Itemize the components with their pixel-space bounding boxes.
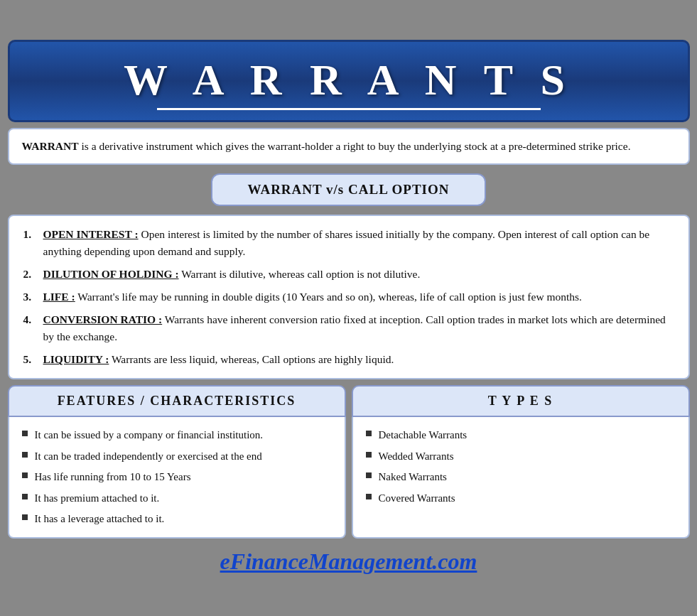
header-title: W A R R A N T S — [24, 55, 674, 105]
list-item: It has premium attached to it. — [22, 490, 332, 507]
features-item-4: It has premium attached to it. — [35, 490, 160, 507]
definition-text: is a derivative instrument which gives t… — [79, 140, 631, 152]
types-item-4: Covered Warrants — [379, 490, 455, 507]
list-item: It can be issued by a company or financi… — [22, 427, 332, 443]
types-list: Detachable Warrants Wedded Warrants Nake… — [366, 427, 676, 506]
list-item: 1. OPEN INTEREST : Open interest is limi… — [23, 226, 671, 260]
features-heading: FEATURES / CHARACTERISTICS — [8, 385, 346, 417]
comp-num: 4. — [23, 311, 43, 328]
list-item: Detachable Warrants — [366, 427, 676, 443]
comp-num: 3. — [23, 288, 43, 306]
comp-term: OPEN INTEREST : — [43, 228, 139, 240]
features-list: It can be issued by a company or financi… — [22, 427, 332, 527]
types-item-3: Naked Warrants — [379, 469, 447, 485]
comp-term: LIQUIDITY : — [43, 353, 109, 365]
list-item: Has life running from 10 to 15 Years — [22, 469, 332, 485]
features-column: FEATURES / CHARACTERISTICS It can be iss… — [8, 385, 346, 539]
list-item: Wedded Warrants — [366, 448, 676, 465]
bullet-icon — [22, 452, 28, 458]
bullet-icon — [366, 452, 372, 458]
list-item: 5. LIQUIDITY : Warrants are less liquid,… — [23, 351, 671, 368]
bullet-icon — [366, 431, 372, 436]
footer: eFinanceManagement.com — [8, 544, 690, 576]
comparison-box: 1. OPEN INTEREST : Open interest is limi… — [8, 215, 690, 379]
list-item: 3. LIFE : Warrant's life may be running … — [23, 288, 671, 306]
types-item-1: Detachable Warrants — [379, 427, 468, 443]
comp-text: LIFE : Warrant's life may be running in … — [43, 288, 583, 306]
types-body: Detachable Warrants Wedded Warrants Nake… — [352, 417, 690, 539]
bottom-section: FEATURES / CHARACTERISTICS It can be iss… — [8, 385, 690, 539]
vs-heading-box: WARRANT v/s CALL OPTION — [211, 173, 487, 206]
comp-text: LIQUIDITY : Warrants are less liquid, wh… — [43, 351, 394, 368]
bullet-icon — [22, 514, 28, 520]
features-item-5: It has a leverage attached to it. — [35, 511, 165, 527]
bullet-icon — [366, 472, 372, 478]
vs-heading-wrapper: WARRANT v/s CALL OPTION — [8, 171, 690, 209]
comp-text: DILUTION OF HOLDING : Warrant is dilutiv… — [43, 266, 421, 283]
features-body: It can be issued by a company or financi… — [8, 417, 346, 539]
comp-term: DILUTION OF HOLDING : — [43, 268, 179, 280]
comp-num: 1. — [23, 226, 43, 243]
bullet-icon — [22, 472, 28, 478]
comp-term: LIFE : — [43, 291, 75, 303]
definition-term: WARRANT — [22, 140, 79, 152]
list-item: It has a leverage attached to it. — [22, 511, 332, 527]
types-column: T Y P E S Detachable Warrants Wedded War… — [352, 385, 690, 539]
comparison-list: 1. OPEN INTEREST : Open interest is limi… — [23, 226, 671, 368]
features-item-1: It can be issued by a company or financi… — [35, 427, 264, 443]
features-item-3: Has life running from 10 to 15 Years — [35, 469, 191, 485]
features-item-2: It can be traded independently or exerci… — [35, 448, 262, 465]
list-item: Naked Warrants — [366, 469, 676, 485]
comp-text: CONVERSION RATIO : Warrants have inheren… — [43, 311, 671, 345]
page-container: W A R R A N T S WARRANT is a derivative … — [8, 40, 690, 576]
list-item: 2. DILUTION OF HOLDING : Warrant is dilu… — [23, 266, 671, 283]
comp-num: 5. — [23, 351, 43, 368]
bullet-icon — [366, 494, 372, 499]
comp-term: CONVERSION RATIO : — [43, 313, 163, 325]
header-underline — [157, 108, 541, 110]
list-item: It can be traded independently or exerci… — [22, 448, 332, 465]
types-heading: T Y P E S — [352, 385, 690, 417]
comp-num: 2. — [23, 266, 43, 283]
types-item-2: Wedded Warrants — [379, 448, 454, 465]
list-item: 4. CONVERSION RATIO : Warrants have inhe… — [23, 311, 671, 345]
bullet-icon — [22, 431, 28, 436]
footer-text: eFinanceManagement.com — [220, 549, 477, 574]
definition-box: WARRANT is a derivative instrument which… — [8, 128, 690, 165]
comp-text: OPEN INTEREST : Open interest is limited… — [43, 226, 671, 260]
bullet-icon — [22, 494, 28, 499]
list-item: Covered Warrants — [366, 490, 676, 507]
header-banner: W A R R A N T S — [8, 40, 690, 122]
